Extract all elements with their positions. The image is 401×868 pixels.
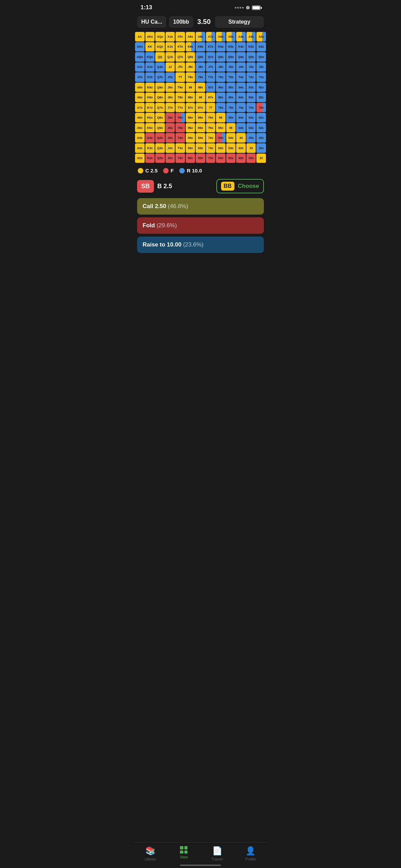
hand-cell[interactable]: KTs (175, 42, 185, 52)
hand-cell[interactable]: 76o (206, 113, 216, 122)
hand-cell[interactable]: JTo (166, 72, 175, 82)
hand-cell[interactable]: J9o (166, 83, 175, 92)
hand-cell[interactable]: T6s (216, 72, 226, 82)
hand-cell[interactable]: ATo (135, 72, 145, 82)
hand-cell[interactable]: ATs (175, 32, 185, 41)
hand-cell[interactable]: A8o (135, 93, 145, 102)
hand-cell[interactable]: TT (175, 72, 185, 82)
hand-cell[interactable]: 53o (226, 143, 236, 153)
hand-cell[interactable]: T5o (175, 123, 185, 133)
hand-cell[interactable]: 63s (246, 113, 256, 122)
hand-cell[interactable]: A2s (256, 32, 266, 41)
hand-cell[interactable]: A3o (135, 143, 145, 153)
hand-cell[interactable]: K8s (196, 42, 205, 52)
hand-cell[interactable]: 83o (196, 143, 205, 153)
hand-cell[interactable]: 86s (216, 93, 226, 102)
hand-cell[interactable]: A5o (135, 123, 145, 133)
hand-cell[interactable]: AKs (145, 32, 155, 41)
hand-cell[interactable]: 75o (206, 123, 216, 133)
hand-cell[interactable]: KJs (166, 42, 175, 52)
hand-cell[interactable]: J5o (166, 123, 175, 133)
hand-cell[interactable]: J7s (206, 62, 216, 72)
hand-cell[interactable]: J6s (216, 62, 226, 72)
hand-cell[interactable]: T2s (256, 72, 266, 82)
hand-cell[interactable]: Q7o (155, 103, 165, 112)
hand-cell[interactable]: A3s (246, 32, 256, 41)
hand-cell[interactable]: 98o (186, 93, 195, 102)
hand-cell[interactable]: 95o (186, 123, 195, 133)
hand-cell[interactable]: 72o (206, 154, 216, 163)
hand-cell[interactable]: 32s (256, 143, 266, 153)
hand-cell[interactable]: K3o (145, 143, 155, 153)
hand-cell[interactable]: T4o (175, 133, 185, 143)
hand-cell[interactable]: 63o (216, 143, 226, 153)
call-action[interactable]: Call 2.50 (46.8%) (137, 198, 264, 215)
sb-badge[interactable]: SB (137, 180, 154, 193)
hand-cell[interactable]: 54o (226, 133, 236, 143)
hand-cell[interactable]: QJo (155, 62, 165, 72)
hand-cell[interactable]: T5s (226, 72, 236, 82)
raise-action[interactable]: Raise to 10.00 (23.6%) (137, 237, 264, 253)
hand-cell[interactable]: J6o (166, 113, 175, 122)
hand-cell[interactable]: 87s (206, 93, 216, 102)
hand-cell[interactable]: K9o (145, 83, 155, 92)
hand-cell[interactable]: 84s (236, 93, 246, 102)
hand-cell[interactable]: K5s (226, 42, 236, 52)
hand-cell[interactable]: 43s (246, 133, 256, 143)
hand-cell[interactable]: KJo (145, 62, 155, 72)
hand-cell[interactable]: T8o (175, 93, 185, 102)
hand-cell[interactable]: QTs (175, 52, 185, 62)
hand-cell[interactable]: K7s (206, 42, 216, 52)
hand-cell[interactable]: 88 (196, 93, 205, 102)
hand-cell[interactable]: JJ (166, 62, 175, 72)
hand-cell[interactable]: T7o (175, 103, 185, 112)
hand-cell[interactable]: 86o (196, 113, 205, 122)
bb-wrapper[interactable]: BB Choose (216, 179, 264, 193)
hand-cell[interactable]: A9o (135, 83, 145, 92)
hand-cell[interactable]: 44 (236, 133, 246, 143)
hand-cell[interactable]: 72s (256, 103, 266, 112)
hand-cell[interactable]: 43o (236, 143, 246, 153)
hand-cell[interactable]: 77 (206, 103, 216, 112)
hand-cell[interactable]: QQ (155, 52, 165, 62)
hand-cell[interactable]: J4o (166, 133, 175, 143)
hand-cell[interactable]: 85s (226, 93, 236, 102)
hand-cell[interactable]: J9s (186, 62, 195, 72)
hand-cell[interactable]: T9s (186, 72, 195, 82)
fold-action[interactable]: Fold (29.6%) (137, 217, 264, 234)
hand-cell[interactable]: AJo (135, 62, 145, 72)
hand-cell[interactable]: 97o (186, 103, 195, 112)
hand-cell[interactable]: K4s (236, 42, 246, 52)
hand-cell[interactable]: T8s (196, 72, 205, 82)
hand-cell[interactable]: A6s (216, 32, 226, 41)
hand-cell[interactable]: KQo (145, 52, 155, 62)
hand-cell[interactable]: Q3o (155, 143, 165, 153)
hand-cell[interactable]: AA (135, 32, 145, 41)
strategy-button[interactable]: Strategy (215, 16, 264, 28)
hand-cell[interactable]: 64s (236, 113, 246, 122)
hand-cell[interactable]: 65o (216, 123, 226, 133)
hand-cell[interactable]: Q5o (155, 123, 165, 133)
hand-cell[interactable]: T7s (206, 72, 216, 82)
hand-cell[interactable]: T3s (246, 72, 256, 82)
hand-cell[interactable]: 65s (226, 113, 236, 122)
hand-cell[interactable]: J2o (166, 154, 175, 163)
hand-cell[interactable]: K9s (186, 42, 195, 52)
hand-cell[interactable]: T3o (175, 143, 185, 153)
hand-cell[interactable]: A2o (135, 154, 145, 163)
hand-cell[interactable]: 42s (256, 133, 266, 143)
hand-cell[interactable]: J8o (166, 93, 175, 102)
hand-cell[interactable]: 92o (186, 154, 195, 163)
hand-cell[interactable]: A7o (135, 103, 145, 112)
hand-cell[interactable]: 32o (246, 154, 256, 163)
hand-cell[interactable]: A8s (196, 32, 205, 41)
hand-cell[interactable]: Q6s (216, 52, 226, 62)
hand-cell[interactable]: 93s (246, 83, 256, 92)
hand-cell[interactable]: 62s (256, 113, 266, 122)
hand-cell[interactable]: A4o (135, 133, 145, 143)
hand-cell[interactable]: T2o (175, 154, 185, 163)
hand-cell[interactable]: K5o (145, 123, 155, 133)
hand-cell[interactable]: Q2o (155, 154, 165, 163)
hand-cell[interactable]: 75s (226, 103, 236, 112)
hand-cell[interactable]: AQs (155, 32, 165, 41)
